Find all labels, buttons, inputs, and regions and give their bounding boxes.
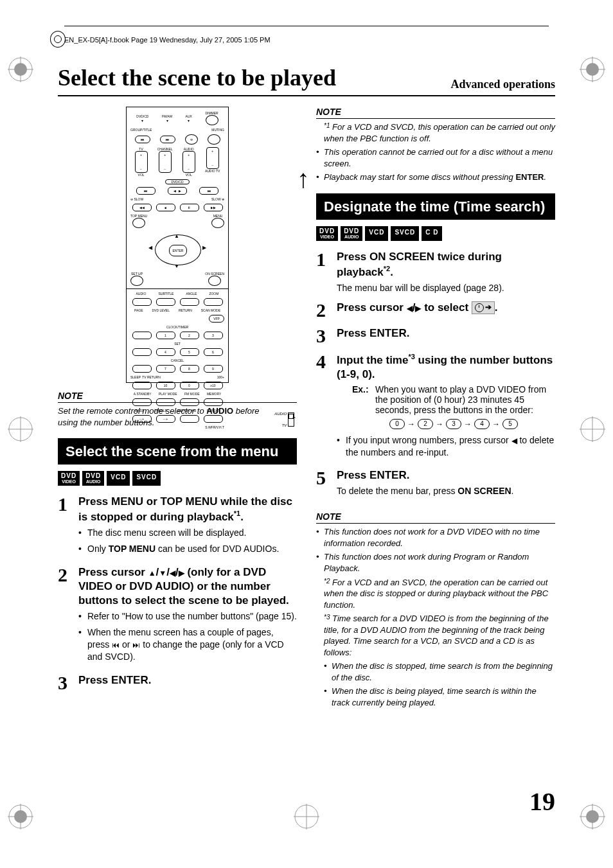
step-number: 4 [316,352,330,371]
note-subitem: When the disc is stopped, time search is… [316,660,555,683]
crop-mark-icon [580,804,605,829]
num-button-icon: 5 [502,419,518,429]
crop-mark-icon [8,57,33,82]
format-badges: DVDVIDEO DVDAUDIO VCD SVCD C D [316,226,555,241]
note-item: Playback may start for some discs withou… [316,172,555,183]
step: 2 Press cursor / to select ➔. [316,301,555,320]
step: 3 Press ENTER. [58,673,297,693]
num-button-icon: 2 [418,419,433,429]
format-badges: DVDVIDEO DVDAUDIO VCD SVCD [58,471,297,486]
cursor-left-icon [511,435,517,445]
crop-mark-icon [294,804,319,829]
step: 4 Input the time*3 using the number butt… [316,352,555,463]
cursor-down-icon [159,566,166,578]
step-bullet: When the menu screen has a couple of pag… [78,626,297,663]
section-heading: Select the scene from the menu [58,438,297,465]
step: 2 Press cursor /// (only for a DVD VIDEO… [58,565,297,667]
step-number: 3 [58,673,72,693]
step: 5 Press ENTER. To delete the menu bar, p… [316,468,555,497]
time-goto-icon: ➔ [472,301,495,314]
step-bullet: Only TOP MENU can be used for DVD AUDIOs… [78,543,297,555]
running-head: EN_EX-D5[A]-f.book Page 19 Wednesday, Ju… [64,36,271,44]
num-button-icon: 3 [446,419,461,429]
step-number: 3 [316,326,330,346]
step-desc: The menu bar will be displayed (page 28)… [337,282,555,294]
num-button-icon: 0 [389,419,405,429]
cursor-right-icon [179,566,184,578]
num-button-icon: 4 [474,419,490,429]
cursor-up-icon [148,566,156,578]
step-bullet: The disc menu screen will be displayed. [78,527,297,539]
step-number: 2 [316,301,330,320]
note-list: This function does not work for a DVD VI… [316,526,555,708]
step-title: Press ENTER. [78,673,297,687]
remote-control-illustration: DVD/CD▾ FM/AM▾ AUX▾ DIMMER GROUP/TITLE M… [126,107,229,383]
step-title: Press cursor / to select ➔. [337,301,555,315]
crop-mark-icon [580,57,605,82]
note-item: This function does not work for a DVD VI… [316,526,555,549]
note-heading: NOTE [316,107,555,119]
note-item: This operation cannot be carried out for… [316,146,555,169]
note-item: This function does not work during Progr… [316,551,555,574]
step: 1 Press ON SCREEN twice during playback*… [316,250,555,294]
step-number: 5 [316,468,330,488]
step-title: Press ENTER. [337,468,555,483]
note-item: *3 Time search for a DVD VIDEO is from t… [316,613,555,658]
section-label: Advanced operations [450,78,555,91]
crop-mark-icon [580,416,605,442]
number-sequence: 0→ 2→ 3→ 4→ 5 [352,419,555,429]
crop-mark-icon [8,416,33,442]
cursor-left-icon [407,301,413,314]
cursor-left-icon [170,566,175,578]
step-number: 1 [316,250,330,269]
note-item: *1 For a VCD and SVCD, this operation ca… [316,121,555,144]
up-arrow-icon: ↑ [297,164,310,193]
step-bullet: If you input wrong numbers, press cursor… [337,434,555,459]
next-track-icon [132,639,140,650]
prev-track-icon [112,639,120,650]
step-title: Press ON SCREEN twice during playback*2. [337,250,555,279]
step-number: 2 [58,565,72,585]
step: 1 Press MENU or TOP MENU while the disc … [58,495,297,559]
step-title: Press cursor /// (only for a DVD VIDEO o… [78,565,297,608]
section-heading: Designate the time (Time search) [316,193,555,220]
note-heading: NOTE [316,511,555,524]
step-title: Press ENTER. [337,326,555,341]
note-subitem: When the disc is being played, time sear… [316,686,555,708]
page-number: 19 [529,786,555,817]
step-bullet: Refer to "How to use the number buttons"… [78,610,297,623]
step-desc: To delete the menu bar, press ON SCREEN. [337,485,555,497]
step-example: Ex.: When you want to play a DVD VIDEO f… [352,384,555,415]
crop-mark-icon [8,804,33,829]
page-title: Select the scene to be played [58,64,336,91]
note-list: *1 For a VCD and SVCD, this operation ca… [316,121,555,183]
step-title: Press MENU or TOP MENU while the disc is… [78,495,297,524]
step-title: Input the time*3 using the number button… [337,352,555,382]
note-item: *2 For a VCD and an SVCD, the operation … [316,577,555,611]
header-ornament-icon [50,31,66,48]
step-number: 1 [58,495,72,514]
mode-selector-icon: AUDIO TV ↑ [283,411,297,428]
step: 3 Press ENTER. [316,326,555,346]
